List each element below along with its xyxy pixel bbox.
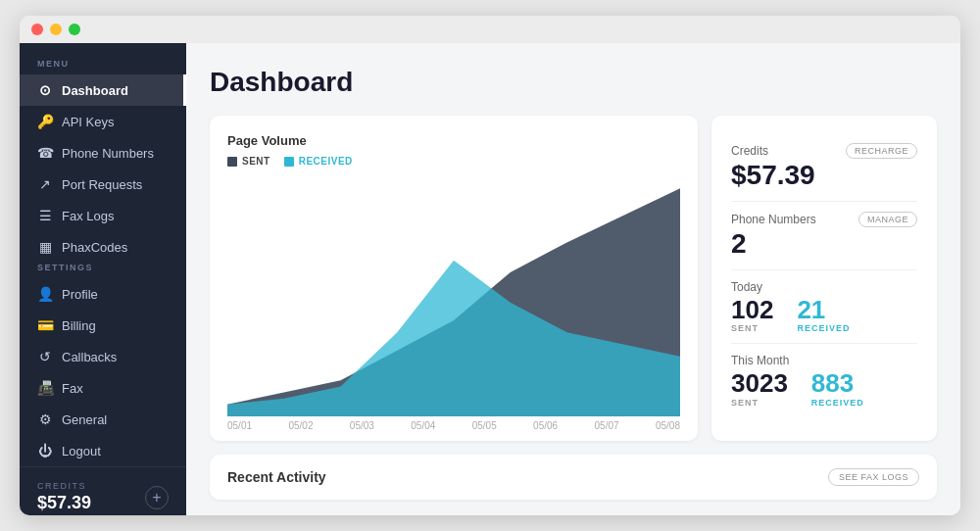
- chart-area: [227, 176, 680, 416]
- see-fax-logs-button[interactable]: SEE FAX LOGS: [828, 468, 919, 486]
- credits-stat-value: $57.39: [731, 161, 917, 191]
- legend-received: RECEIVED: [284, 156, 353, 167]
- this-month-row: 3023 SENT 883 RECEIVED: [731, 369, 917, 408]
- port-icon: ↗: [37, 176, 53, 192]
- stats-card: Credits RECHARGE $57.39 Phone Numbers MA…: [711, 116, 937, 441]
- sidebar: MENU ⊙ Dashboard 🔑 API Keys ☎ Phone Numb…: [20, 43, 186, 515]
- x-label-4: 05/05: [472, 420, 497, 431]
- today-sent-value: 102: [731, 296, 773, 324]
- app-window: MENU ⊙ Dashboard 🔑 API Keys ☎ Phone Numb…: [20, 16, 960, 515]
- menu-section-label: MENU: [20, 59, 186, 74]
- sidebar-item-label: PhaxCodes: [62, 240, 127, 255]
- callbacks-icon: ↺: [37, 349, 53, 364]
- phone-icon: ☎: [37, 145, 53, 161]
- today-label: Today: [731, 280, 917, 294]
- phone-numbers-header: Phone Numbers MANAGE: [731, 212, 917, 227]
- logout-icon: ⏻: [37, 443, 53, 459]
- credits-value: $57.39: [37, 493, 91, 513]
- phone-numbers-section: Phone Numbers MANAGE 2: [731, 202, 917, 270]
- sidebar-item-label: Fax Logs: [62, 209, 114, 223]
- sidebar-item-label: Port Requests: [62, 177, 142, 192]
- sidebar-item-label: Fax: [62, 381, 83, 396]
- sidebar-item-dashboard[interactable]: ⊙ Dashboard: [20, 74, 186, 106]
- close-dot[interactable]: [31, 24, 43, 35]
- sidebar-item-label: Callbacks: [62, 350, 117, 364]
- sidebar-item-general[interactable]: ⚙ General: [20, 404, 186, 435]
- minimize-dot[interactable]: [50, 24, 62, 35]
- this-month-section: This Month 3023 SENT 883 RECEIVED: [731, 344, 917, 417]
- fax-icon: 📠: [37, 380, 53, 396]
- sidebar-item-label: General: [62, 412, 107, 427]
- add-credits-button[interactable]: +: [145, 486, 169, 509]
- chart-svg: [227, 176, 680, 416]
- chart-x-labels: 05/01 05/02 05/03 05/04 05/05 05/06 05/0…: [227, 416, 680, 431]
- sidebar-item-label: Dashboard: [62, 83, 128, 98]
- chart-title: Page Volume: [227, 133, 680, 148]
- sidebar-item-callbacks[interactable]: ↺ Callbacks: [20, 341, 186, 372]
- sidebar-item-label: Billing: [62, 318, 96, 333]
- credits-label: CREDITS: [37, 481, 91, 491]
- titlebar: [20, 16, 960, 43]
- this-month-sent-value: 3023: [731, 369, 788, 398]
- chart-legend: SENT RECEIVED: [227, 156, 680, 167]
- sent-legend-dot: [227, 157, 237, 167]
- general-icon: ⚙: [37, 411, 53, 427]
- billing-icon: 💳: [37, 317, 53, 333]
- x-label-7: 05/08: [656, 420, 680, 431]
- fax-logs-icon: ☰: [37, 208, 53, 223]
- today-section: Today 102 SENT 21 RECEIVED: [731, 270, 917, 345]
- sidebar-item-logout[interactable]: ⏻ Logout: [20, 435, 186, 466]
- sidebar-item-api-keys[interactable]: 🔑 API Keys: [20, 106, 186, 137]
- x-label-2: 05/03: [350, 420, 374, 431]
- sidebar-item-port-requests[interactable]: ↗ Port Requests: [20, 169, 186, 200]
- sidebar-item-label: Profile: [62, 287, 98, 302]
- today-sent-label: SENT: [731, 323, 773, 333]
- sidebar-item-fax-logs[interactable]: ☰ Fax Logs: [20, 200, 186, 231]
- x-label-1: 05/02: [288, 420, 313, 431]
- this-month-received-value: 883: [811, 369, 864, 398]
- phaxcodes-icon: ▦: [37, 239, 53, 255]
- x-label-0: 05/01: [227, 420, 252, 431]
- sidebar-item-label: Logout: [62, 444, 101, 459]
- credits-section: Credits RECHARGE $57.39: [731, 133, 917, 202]
- recharge-button[interactable]: RECHARGE: [846, 143, 917, 159]
- maximize-dot[interactable]: [69, 24, 80, 35]
- phone-numbers-stat-value: 2: [731, 229, 917, 260]
- today-received-label: RECEIVED: [797, 323, 850, 333]
- settings-section-label: SETTINGS: [20, 263, 186, 278]
- received-legend-label: RECEIVED: [299, 156, 353, 167]
- sidebar-item-label: Phone Numbers: [62, 146, 154, 161]
- x-label-5: 05/06: [533, 420, 558, 431]
- sidebar-item-label: API Keys: [62, 115, 114, 129]
- x-label-6: 05/07: [595, 420, 619, 431]
- recent-activity-card: Recent Activity SEE FAX LOGS: [210, 455, 937, 500]
- sidebar-item-billing[interactable]: 💳 Billing: [20, 310, 186, 341]
- credits-stat-label: Credits: [731, 144, 768, 158]
- today-row: 102 SENT 21 RECEIVED: [731, 296, 917, 334]
- this-month-sent-label: SENT: [731, 398, 788, 408]
- recent-activity-title: Recent Activity: [227, 469, 326, 485]
- this-month-received-col: 883 RECEIVED: [811, 369, 864, 408]
- page-title: Dashboard: [210, 67, 937, 98]
- sidebar-item-fax[interactable]: 📠 Fax: [20, 372, 186, 404]
- api-keys-icon: 🔑: [37, 114, 53, 129]
- main-content: Dashboard Page Volume SENT RECEIVED: [186, 43, 960, 515]
- today-received-value: 21: [797, 296, 850, 324]
- dashboard-icon: ⊙: [37, 82, 53, 98]
- sent-legend-label: SENT: [242, 156, 270, 167]
- today-received-col: 21 RECEIVED: [797, 296, 850, 334]
- sidebar-item-phaxcodes[interactable]: ▦ PhaxCodes: [20, 231, 186, 263]
- sidebar-item-phone-numbers[interactable]: ☎ Phone Numbers: [20, 137, 186, 169]
- legend-sent: SENT: [227, 156, 270, 167]
- this-month-sent-col: 3023 SENT: [731, 369, 788, 408]
- app-body: MENU ⊙ Dashboard 🔑 API Keys ☎ Phone Numb…: [20, 43, 960, 515]
- sidebar-item-profile[interactable]: 👤 Profile: [20, 278, 186, 310]
- cards-row: Page Volume SENT RECEIVED: [210, 116, 937, 441]
- profile-icon: 👤: [37, 286, 53, 302]
- phone-numbers-stat-label: Phone Numbers: [731, 213, 816, 226]
- sidebar-credits: CREDITS $57.39 +: [20, 466, 186, 515]
- credits-header: Credits RECHARGE: [731, 143, 917, 159]
- this-month-label: This Month: [731, 354, 917, 367]
- chart-card: Page Volume SENT RECEIVED: [210, 116, 698, 441]
- manage-button[interactable]: MANAGE: [858, 212, 917, 227]
